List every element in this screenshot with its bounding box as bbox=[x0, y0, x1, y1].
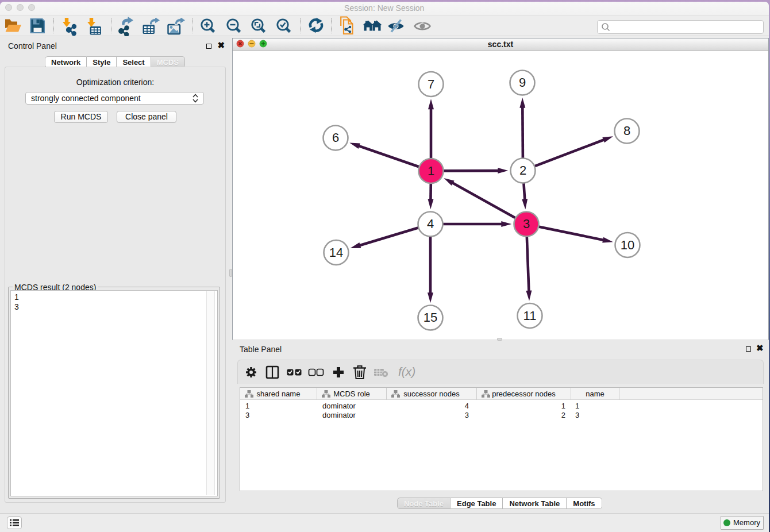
svg-text:8: 8 bbox=[623, 124, 630, 138]
svg-text:10: 10 bbox=[621, 238, 634, 252]
svg-text:4: 4 bbox=[427, 217, 434, 231]
svg-text:15: 15 bbox=[424, 310, 437, 325]
svg-text:1: 1 bbox=[428, 164, 434, 178]
svg-text:3: 3 bbox=[523, 217, 530, 231]
svg-text:6: 6 bbox=[332, 130, 339, 145]
svg-text:7: 7 bbox=[428, 77, 434, 91]
svg-text:2: 2 bbox=[519, 163, 526, 178]
svg-text:9: 9 bbox=[519, 75, 526, 90]
svg-text:11: 11 bbox=[523, 309, 537, 323]
svg-text:f(x): f(x) bbox=[398, 365, 415, 378]
svg-text:14: 14 bbox=[329, 245, 343, 260]
